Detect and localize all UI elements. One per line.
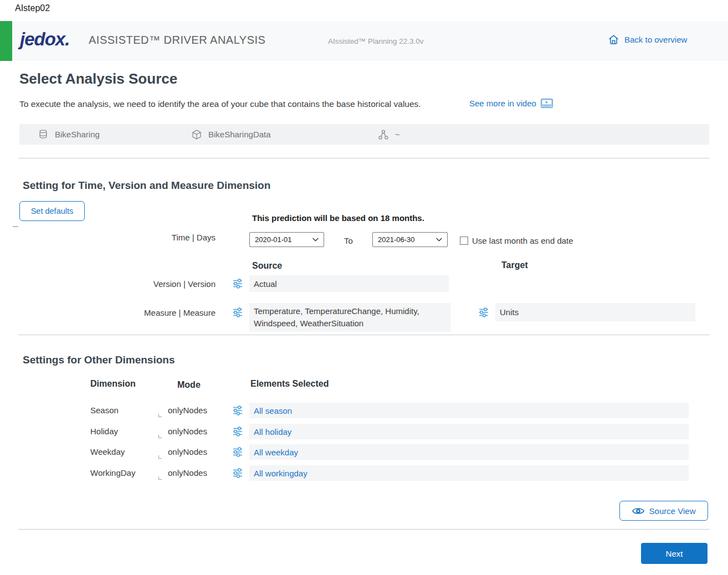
other-dimensions-heading: Settings for Other Dimensions [23,354,175,366]
mode-select[interactable]: onlyNodes [168,465,218,481]
back-to-overview-link[interactable]: Back to overview [608,34,687,45]
mode-select[interactable]: onlyNodes [168,444,218,460]
elements-field: All weekday [249,444,689,460]
cube-selector: BikeSharingData [191,124,271,145]
divider [18,158,710,158]
divider [18,529,710,530]
dimension-name: Season [90,403,162,418]
page: AIstep02 jedox. AISSISTED™ DRIVER ANALYS… [0,0,728,575]
target-column-header: Target [501,260,528,270]
sliders-icon[interactable] [232,446,243,458]
sliders-icon[interactable] [232,426,243,437]
app-header: jedox. AISSISTED™ DRIVER ANALYSIS AIssis… [0,21,728,61]
time-section-heading: Setting for Time, Version and Measure Di… [23,179,270,192]
video-icon [541,99,553,108]
end-date-value: 2021-06-30 [378,235,415,244]
start-date-value: 2020-01-01 [255,235,292,244]
database-icon [38,129,49,140]
mode-corner-mark [158,455,162,459]
dimension-name: WorkingDay [90,465,162,481]
mode-column-header: Mode [177,380,201,390]
chevron-down-icon [436,238,442,242]
database-name: BikeSharing [55,130,100,139]
sliders-icon[interactable] [232,278,243,289]
elements-field: All holiday [249,424,689,439]
brand-green-block [0,21,12,61]
dimension-name: Weekday [90,444,162,460]
dimension-column-header: Dimension [90,379,136,389]
cube-name: BikeSharingData [208,130,271,139]
mode-corner-mark [158,414,162,417]
source-column-header: Source [252,261,282,271]
eye-icon [632,507,644,515]
time-dimension-label: Time | Days [139,233,216,242]
dimension-name: Holiday [90,424,162,439]
last-month-checkbox-label: Use last month as end date [472,236,573,245]
elements-field: All workingday [249,465,689,481]
elements-selected-link[interactable]: All season [254,406,292,415]
end-date-select[interactable]: 2021-06-30 [372,232,448,247]
page-title: AIstep02 [15,3,50,13]
measure-target-field[interactable]: Units [495,303,695,321]
version-source-field[interactable]: Actual [249,275,449,292]
to-label: To [344,236,353,245]
mode-corner-mark [158,476,162,480]
app-subtitle: AIssisted™ Planning 22.3.0v [328,37,424,45]
sliders-icon[interactable] [232,468,243,479]
sliders-icon[interactable] [232,307,243,318]
next-button-label: Next [666,549,683,558]
version-source-value: Actual [254,279,277,289]
intro-description: To execute the analysis, we need to iden… [19,99,421,109]
sliders-icon[interactable] [232,405,243,416]
version-dimension-label: Version | Version [127,279,216,289]
elements-selected-link[interactable]: All workingday [254,469,307,478]
elements-field: All season [249,403,689,418]
prediction-note: This prediction will be based on 18 mont… [252,213,424,223]
source-view-button[interactable]: Source View [619,501,708,521]
page-heading: Select Analysis Source [19,70,177,88]
hierarchy-value: ~ [395,130,400,139]
video-link-label: See more in video [469,99,536,108]
app-title: AISSISTED™ DRIVER ANALYSIS [89,34,265,47]
hierarchy-selector: ~ [378,124,400,145]
sliders-icon[interactable] [478,307,489,318]
start-date-select[interactable]: 2020-01-01 [249,232,324,247]
hierarchy-icon [378,129,389,140]
next-button[interactable]: Next [641,543,708,564]
back-to-overview-label: Back to overview [624,35,687,44]
chevron-down-icon [312,238,319,242]
mode-select[interactable]: onlyNodes [168,424,218,439]
mode-corner-mark [158,435,162,438]
set-defaults-label: Set defaults [31,207,74,215]
home-icon [608,34,619,45]
panel-notch [13,226,18,227]
mode-select[interactable]: onlyNodes [168,403,218,418]
divider [18,335,710,335]
source-selection-bar: BikeSharing BikeSharingData [19,124,709,145]
set-defaults-button[interactable]: Set defaults [19,201,85,221]
elements-selected-link[interactable]: All weekday [254,448,298,457]
source-view-label: Source View [649,506,696,516]
jedox-logo: jedox. [20,29,69,50]
last-month-checkbox[interactable] [460,237,468,245]
database-selector: BikeSharing [38,124,100,145]
elements-selected-link[interactable]: All holiday [254,427,291,437]
measure-dimension-label: Measure | Measure [127,308,216,317]
measure-target-value: Units [500,307,519,317]
cube-icon [191,129,202,140]
video-link[interactable]: See more in video [469,99,553,108]
elements-column-header: Elements Selected [250,379,329,389]
measure-source-field[interactable]: Temperature, TemperatureChange, Humidity… [249,303,451,332]
